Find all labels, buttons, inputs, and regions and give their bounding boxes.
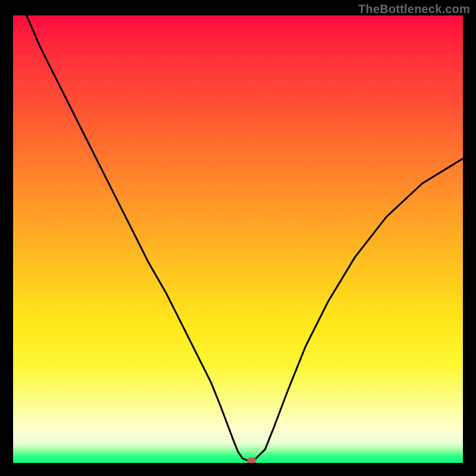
chart-frame: TheBottleneck.com bbox=[0, 0, 476, 476]
plot-area bbox=[13, 15, 463, 463]
minimum-marker bbox=[247, 458, 256, 463]
bottleneck-curve bbox=[13, 15, 463, 463]
watermark-text: TheBottleneck.com bbox=[358, 2, 470, 16]
